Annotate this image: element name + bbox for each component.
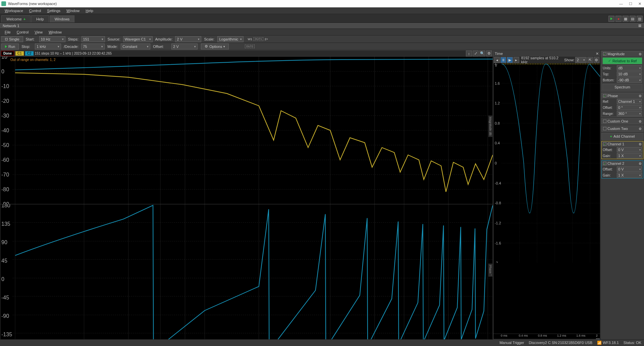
magnitude-checkbox[interactable] bbox=[603, 52, 606, 56]
gear-icon[interactable]: ⚙ bbox=[639, 94, 642, 98]
tool-btn-1[interactable]: ▦ bbox=[623, 16, 629, 22]
plot-header: Done C1 C2 151 steps 10 Hz – 1 kHz | 202… bbox=[0, 51, 493, 57]
menu-window[interactable]: Window bbox=[64, 8, 82, 13]
menu-control[interactable]: Control bbox=[26, 8, 44, 13]
gear-icon[interactable]: ⚙ bbox=[639, 52, 642, 56]
run-all-button[interactable] bbox=[608, 16, 614, 22]
time-pause-button[interactable]: ⏸ bbox=[500, 57, 506, 63]
trigger-status[interactable]: Manual Trigger bbox=[499, 341, 524, 345]
options-button[interactable]: ⚙Options▾ bbox=[201, 44, 229, 50]
device-status[interactable]: Discovery2 C SN:210321B5D6F0 USB bbox=[529, 341, 593, 345]
submenu-view[interactable]: View bbox=[32, 29, 45, 35]
tab-bar: Welcome+ Help Windows ● ▦ ▤ ▥ bbox=[0, 14, 644, 23]
time-close-icon[interactable]: ✕ bbox=[596, 52, 599, 56]
time-info: 8192 samples at 510.2 kHz bbox=[521, 56, 564, 64]
svg-text:-0.4: -0.4 bbox=[495, 181, 501, 185]
submenu-control[interactable]: Control bbox=[14, 29, 31, 35]
gear-icon[interactable]: ⚙ bbox=[639, 162, 642, 165]
time-plot[interactable]: V 21.61.20.80.40-0.4-0.8-1.2-1.6-2 bbox=[493, 63, 600, 334]
c1-badge[interactable]: C1 bbox=[15, 51, 24, 56]
ch2-gain-select[interactable]: 1 X bbox=[617, 172, 642, 178]
maximize-button[interactable]: ☐ bbox=[629, 2, 632, 6]
time-next-button[interactable]: ▸ bbox=[514, 57, 519, 63]
stop-select[interactable]: 1 kHz bbox=[35, 44, 61, 50]
magnitude-axis-label: Magnitude dB bbox=[488, 116, 492, 137]
relative-to-ref-button[interactable]: ✓Relative to Ref bbox=[602, 57, 642, 64]
plot-settings-icon[interactable]: ⚙ bbox=[486, 51, 492, 57]
stop-label: Stop: bbox=[20, 45, 34, 49]
time-prev-button[interactable]: ◂ bbox=[494, 57, 500, 63]
svg-text:2: 2 bbox=[495, 63, 497, 65]
spectrum-button[interactable]: Spectrum bbox=[602, 84, 642, 90]
start-select[interactable]: 10 Hz bbox=[39, 36, 65, 42]
main-area: Done C1 C2 151 steps 10 Hz – 1 kHz | 202… bbox=[0, 50, 644, 339]
ch1-checkbox[interactable] bbox=[603, 142, 606, 146]
close-button[interactable]: ✕ bbox=[638, 2, 641, 6]
plot-tool-1[interactable]: ↕ bbox=[466, 51, 472, 57]
time-settings-icon[interactable]: ⚙ bbox=[594, 57, 599, 63]
offset-select[interactable]: 2 V bbox=[171, 44, 198, 50]
svg-text:0: 0 bbox=[1, 276, 4, 282]
play-icon bbox=[5, 45, 7, 48]
submenu-file[interactable]: File bbox=[2, 29, 13, 35]
tool-btn-2[interactable]: ▤ bbox=[630, 16, 636, 22]
source-label: Source: bbox=[106, 37, 122, 41]
source-select[interactable]: Wavegen C1 bbox=[123, 36, 153, 42]
tab-help[interactable]: Help bbox=[31, 15, 49, 22]
tool-btn-3[interactable]: ▥ bbox=[637, 16, 643, 22]
titlebar: WaveForms (new workspace) — ☐ ✕ bbox=[0, 0, 644, 7]
scale-select[interactable]: Logarithmic bbox=[217, 36, 244, 42]
menu-settings[interactable]: Settings bbox=[44, 8, 63, 13]
mode-label: Mode: bbox=[106, 45, 119, 49]
phase-plot[interactable]: Phase ° 18013590450-45-90-135-180 bbox=[0, 204, 493, 339]
ref-select[interactable]: Channel 1 bbox=[617, 99, 642, 104]
units-select[interactable]: dB bbox=[617, 65, 642, 71]
record-button[interactable]: ● bbox=[615, 16, 622, 22]
top-select[interactable]: 10 dB bbox=[617, 71, 642, 77]
ch1-offset-select[interactable]: 0 V bbox=[617, 147, 642, 152]
range-select[interactable]: 360 ° bbox=[617, 111, 642, 116]
bottom-select[interactable]: -90 dB bbox=[617, 77, 642, 83]
subwindow-close-icon[interactable]: ⊠ bbox=[638, 23, 641, 28]
dut1-icon[interactable]: DUT1 bbox=[254, 37, 263, 41]
time-play-button[interactable]: ▶ bbox=[507, 57, 513, 63]
submenu-window[interactable]: Window bbox=[46, 29, 64, 35]
tab-windows[interactable]: Windows bbox=[50, 15, 75, 22]
custom2-checkbox[interactable] bbox=[603, 127, 606, 130]
magnitude-plot[interactable]: Out of range on channels: 1, 2 Magnitude… bbox=[0, 57, 493, 204]
custom1-checkbox[interactable] bbox=[603, 120, 606, 123]
c2-badge[interactable]: C2 bbox=[25, 51, 34, 56]
svg-text:180: 180 bbox=[1, 204, 10, 208]
menu-workspace[interactable]: Workspace bbox=[2, 8, 26, 13]
minimize-button[interactable]: — bbox=[619, 2, 623, 6]
phase-checkbox[interactable] bbox=[603, 94, 606, 97]
svg-text:0: 0 bbox=[1, 68, 4, 74]
svg-text:135: 135 bbox=[1, 221, 10, 227]
ch2-offset-select[interactable]: 0 V bbox=[617, 166, 642, 172]
time-show-select[interactable]: 2 bbox=[575, 57, 587, 63]
ch2-checkbox[interactable] bbox=[603, 162, 606, 165]
gear-icon[interactable]: ⚙ bbox=[639, 142, 642, 146]
svg-text:-10: -10 bbox=[1, 83, 9, 89]
menu-help[interactable]: Help bbox=[83, 8, 96, 13]
settings-panel: Magnitude⚙ ✓Relative to Ref Units:dB Top… bbox=[600, 50, 644, 339]
time-export-icon[interactable]: ⇱ bbox=[587, 57, 593, 63]
gear-icon[interactable]: ⚙ bbox=[639, 120, 642, 123]
plot-tool-2[interactable]: ⤢ bbox=[473, 51, 479, 57]
gear-icon[interactable]: ⚙ bbox=[639, 127, 642, 131]
run-button[interactable]: Run bbox=[1, 44, 19, 50]
time-x-axis: 0 ms0.4 ms0.8 ms1.2 ms1.6 ms2 ms bbox=[493, 334, 600, 339]
zoom-icon[interactable]: 🔍 bbox=[479, 51, 485, 57]
ch1-gain-select[interactable]: 1 X bbox=[617, 153, 642, 158]
steps-select[interactable]: 151 bbox=[82, 36, 105, 42]
svg-text:-90: -90 bbox=[1, 313, 9, 319]
dut2-icon[interactable]: DUT2 bbox=[245, 45, 255, 48]
add-channel-button[interactable]: +Add Channel bbox=[601, 133, 643, 140]
tab-welcome[interactable]: Welcome+ bbox=[1, 15, 31, 22]
phase-offset-select[interactable]: 0 ° bbox=[617, 105, 642, 110]
single-button[interactable]: Single bbox=[1, 36, 23, 42]
mode-select[interactable]: Constant bbox=[121, 44, 150, 50]
decade-select[interactable]: 75 bbox=[81, 44, 105, 50]
amplitude-select[interactable]: 2 V bbox=[175, 36, 201, 42]
svg-text:0.8: 0.8 bbox=[495, 121, 500, 125]
